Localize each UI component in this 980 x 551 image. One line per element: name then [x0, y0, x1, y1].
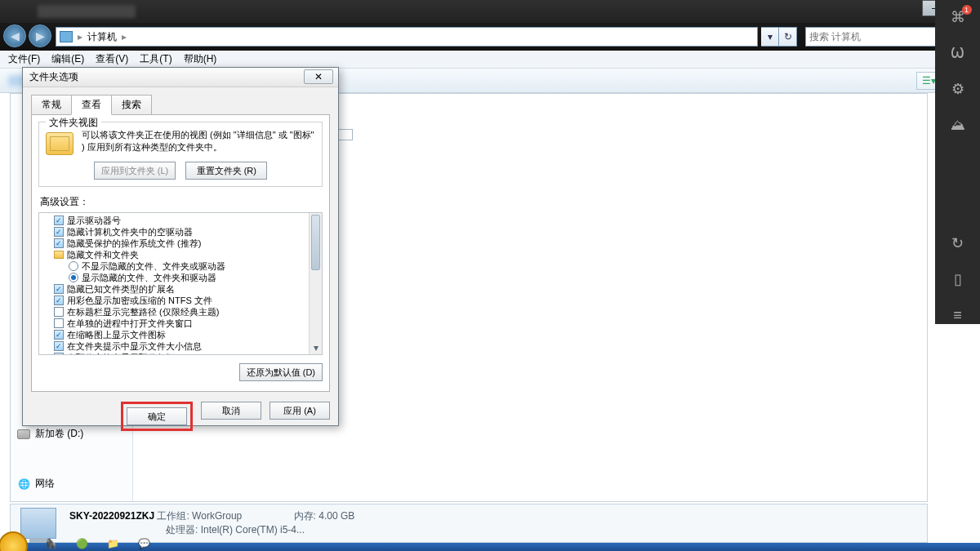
tab-search[interactable]: 搜索 [111, 95, 152, 115]
tree-row-label: 在文件夹提示中显示文件大小信息 [67, 340, 202, 352]
tree-row[interactable]: 在预览窗格中显示预览句柄 [42, 352, 305, 355]
tree-row[interactable]: 隐藏文件和文件夹 [42, 249, 305, 260]
memory-value: 4.00 GB [318, 510, 354, 522]
folder-icon [46, 132, 74, 155]
folder-view-group: 文件夹视图 可以将该文件夹正在使用的视图 (例如 "详细信息" 或 "图标" )… [38, 122, 323, 187]
tree-row-label: 隐藏计算机文件夹中的空驱动器 [67, 226, 193, 238]
tab-body-view: 文件夹视图 可以将该文件夹正在使用的视图 (例如 "详细信息" 或 "图标" )… [31, 114, 330, 392]
tree-row[interactable]: 隐藏计算机文件夹中的空驱动器 [42, 226, 305, 238]
taskbar-app-icon[interactable]: 🦍 [39, 535, 62, 551]
taskbar-app-icon[interactable]: 📁 [101, 535, 124, 551]
menu-view[interactable]: 查看(V) [96, 52, 128, 66]
menu-tools[interactable]: 工具(T) [140, 52, 172, 66]
tab-view[interactable]: 查看 [71, 95, 112, 115]
dialog-title-text: 文件夹选项 [29, 70, 78, 84]
dock-butterfly-icon[interactable]: Ѡ [949, 44, 967, 62]
tree-row-label: 在缩略图上显示文件图标 [67, 329, 166, 340]
tree-row-label: 用彩色显示加密或压缩的 NTFS 文件 [67, 295, 212, 306]
tree-row-label: 不显示隐藏的文件、文件夹或驱动器 [82, 260, 225, 272]
tree-row[interactable]: 用彩色显示加密或压缩的 NTFS 文件 [42, 295, 305, 306]
nav-forward-button[interactable]: ▶ [29, 24, 51, 47]
menu-edit[interactable]: 编辑(E) [51, 52, 84, 66]
tree-row-label: 显示驱动器号 [67, 215, 121, 226]
drive-icon [17, 429, 30, 439]
dock-person-icon[interactable]: ⛰ [949, 116, 967, 134]
tree-row[interactable]: 不显示隐藏的文件、文件夹或驱动器 [42, 260, 305, 272]
menu-file[interactable]: 文件(F) [8, 52, 40, 66]
checkbox-icon[interactable] [54, 307, 64, 317]
tree-row[interactable]: 隐藏受保护的操作系统文件 (推荐) [42, 238, 305, 249]
refresh-button[interactable]: ↻ [779, 27, 797, 47]
checkbox-icon[interactable] [54, 238, 64, 248]
nav-back-button[interactable]: ◀ [3, 24, 26, 47]
cpu-label: 处理器: [166, 524, 198, 535]
dialog-tabs: 常规 查看 搜索 [31, 94, 338, 114]
checkbox-icon[interactable] [54, 227, 64, 237]
tab-general[interactable]: 常规 [31, 95, 72, 115]
tree-row[interactable]: 在单独的进程中打开文件夹窗口 [42, 318, 305, 329]
apply-to-folders-button[interactable]: 应用到文件夹 (L) [94, 162, 176, 180]
apply-button[interactable]: 应用 (A) [270, 402, 330, 420]
checkbox-icon[interactable] [54, 330, 64, 340]
crumb-sep2: ▸ [122, 31, 127, 42]
tree-scrollbar[interactable]: ▴ ▾ [309, 213, 322, 354]
taskbar-app-icon[interactable]: 🟢 [70, 535, 93, 551]
radio-icon[interactable] [69, 261, 78, 271]
restore-defaults-button[interactable]: 还原为默认值 (D) [239, 363, 323, 381]
tree-row[interactable]: 显示隐藏的文件、文件夹和驱动器 [42, 272, 305, 283]
address-dropdown-button[interactable]: ▾ [761, 27, 779, 47]
computer-icon [60, 31, 73, 42]
workgroup-label: 工作组: [157, 510, 189, 522]
crumb-sep: ▸ [78, 31, 82, 42]
checkbox-icon[interactable] [54, 216, 64, 225]
dock-phone-icon[interactable]: ▯ [949, 270, 967, 288]
workgroup-value: WorkGroup [192, 510, 242, 522]
scroll-thumb[interactable] [311, 215, 320, 270]
folder-view-title: 文件夹视图 [46, 116, 101, 130]
tree-row[interactable]: 在缩略图上显示文件图标 [42, 329, 305, 340]
title-blur [38, 5, 136, 18]
tree-row-label: 隐藏文件和文件夹 [67, 249, 139, 260]
tree-row-label: 隐藏已知文件类型的扩展名 [67, 283, 175, 295]
reset-folders-button[interactable]: 重置文件夹 (R) [185, 162, 267, 180]
checkbox-icon[interactable] [54, 353, 64, 355]
dialog-title: 文件夹选项 ✕ [23, 68, 338, 87]
checkbox-icon[interactable] [54, 341, 64, 351]
crumb-computer[interactable]: 计算机 [87, 30, 117, 44]
folder-mini-icon [54, 251, 64, 259]
tree-row-label: 在预览窗格中显示预览句柄 [67, 352, 175, 355]
ok-highlight-box: 确定 [121, 402, 193, 431]
tree-row-label: 显示隐藏的文件、文件夹和驱动器 [82, 272, 216, 283]
ok-button[interactable]: 确定 [127, 407, 187, 425]
scroll-down-arrow[interactable]: ▾ [310, 341, 322, 354]
tree-row[interactable]: 在标题栏显示完整路径 (仅限经典主题) [42, 306, 305, 318]
tree-row[interactable]: 显示驱动器号 [42, 215, 305, 226]
menu-help[interactable]: 帮助(H) [184, 52, 217, 66]
window-titlebar [0, 0, 980, 23]
tree-row-label: 在单独的进程中打开文件夹窗口 [67, 318, 193, 329]
tree-row-label: 隐藏受保护的操作系统文件 (推荐) [67, 238, 201, 249]
menu-bar: 文件(F) 编辑(E) 查看(V) 工具(T) 帮助(H) [0, 51, 980, 69]
dock-menu-icon[interactable]: ≡ [949, 306, 967, 324]
tree-row[interactable]: 隐藏已知文件类型的扩展名 [42, 283, 305, 295]
radio-icon[interactable] [69, 273, 78, 282]
pc-name: SKY-20220921ZKJ [69, 510, 154, 522]
memory-label: 内存: [294, 510, 316, 522]
tree-row[interactable]: 在文件夹提示中显示文件大小信息 [42, 340, 305, 352]
taskbar-app-icon[interactable]: 💬 [132, 535, 155, 551]
folder-view-text: 可以将该文件夹正在使用的视图 (例如 "详细信息" 或 "图标" ) 应用到所有… [82, 129, 315, 153]
checkbox-icon[interactable] [54, 284, 64, 294]
cancel-button[interactable]: 取消 [201, 402, 261, 420]
address-bar[interactable]: ▸ 计算机 ▸ [56, 27, 758, 47]
dock-rotate-icon[interactable]: ↻ [949, 234, 967, 252]
checkbox-icon[interactable] [54, 295, 64, 305]
advanced-settings-tree[interactable]: 显示驱动器号隐藏计算机文件夹中的空驱动器隐藏受保护的操作系统文件 (推荐)隐藏文… [38, 212, 323, 355]
dialog-actions: 确定 取消 应用 (A) [31, 402, 330, 431]
dialog-close-button[interactable]: ✕ [304, 69, 333, 84]
dock-hub-icon[interactable]: ⌘ [949, 8, 967, 26]
tree-row-label: 在标题栏显示完整路径 (仅限经典主题) [67, 306, 219, 318]
dock-gear-icon[interactable]: ⚙ [949, 80, 967, 98]
nav-buttons: ◀ ▶ [3, 24, 52, 49]
checkbox-icon[interactable] [54, 318, 64, 328]
sidebar-item-network[interactable]: 🌐 网络 [14, 475, 129, 492]
